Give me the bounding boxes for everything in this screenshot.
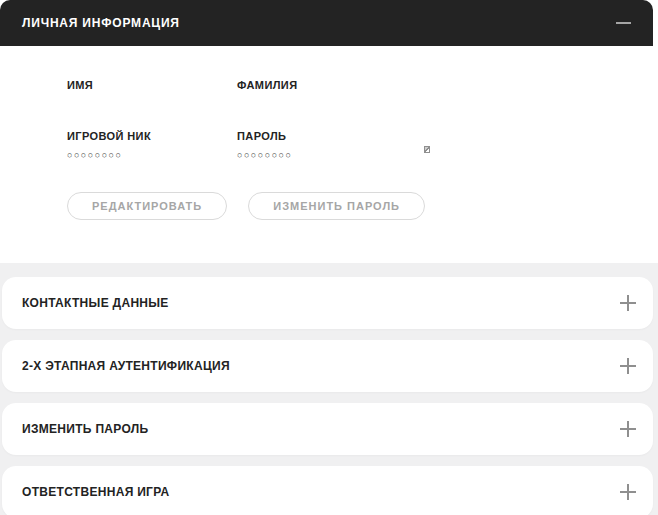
field-value-password: ○○○○○○○○ <box>237 150 653 161</box>
account-settings-page: ЛИЧНАЯ ИНФОРМАЦИЯ ИМЯ ФАМИЛИЯ ИГРОВОЙ НИ… <box>0 0 658 515</box>
plus-icon[interactable] <box>620 358 636 374</box>
section-header-personal-info[interactable]: ЛИЧНАЯ ИНФОРМАЦИЯ <box>0 0 653 46</box>
section-personal-info: ЛИЧНАЯ ИНФОРМАЦИЯ ИМЯ ФАМИЛИЯ ИГРОВОЙ НИ… <box>0 0 653 263</box>
personal-info-fields: ИМЯ ФАМИЛИЯ ИГРОВОЙ НИК ○○○○○○○○ ПАРОЛЬ … <box>67 79 653 161</box>
personal-info-body: ИМЯ ФАМИЛИЯ ИГРОВОЙ НИК ○○○○○○○○ ПАРОЛЬ … <box>0 46 653 263</box>
field-label-password: ПАРОЛЬ <box>237 130 653 143</box>
section-title-contact-data: КОНТАКТНЫЕ ДАННЫЕ <box>22 296 169 310</box>
section-change-password[interactable]: ИЗМЕНИТЬ ПАРОЛЬ <box>2 403 653 455</box>
field-label-last-name: ФАМИЛИЯ <box>237 79 653 92</box>
section-title-two-step-auth: 2-Х ЭТАПНАЯ АУТЕНТИФИКАЦИЯ <box>22 359 230 373</box>
field-game-nickname: ИГРОВОЙ НИК ○○○○○○○○ <box>67 130 237 161</box>
field-value-game-nickname: ○○○○○○○○ <box>67 150 237 161</box>
plus-icon[interactable] <box>620 421 636 437</box>
section-contact-data[interactable]: КОНТАКТНЫЕ ДАННЫЕ <box>2 277 653 329</box>
field-label-first-name: ИМЯ <box>67 79 237 92</box>
change-password-button[interactable]: ИЗМЕНИТЬ ПАРОЛЬ <box>248 192 425 220</box>
edit-button[interactable]: РЕДАКТИРОВАТЬ <box>67 192 227 220</box>
field-last-name: ФАМИЛИЯ <box>237 79 653 110</box>
minus-icon[interactable] <box>614 14 632 32</box>
minus-icon-bar <box>616 22 631 24</box>
broken-image-icon <box>424 146 430 153</box>
section-responsible-gaming[interactable]: ОТВЕТСТВЕННАЯ ИГРА <box>2 466 653 515</box>
field-value-last-name <box>237 99 653 110</box>
field-value-first-name <box>67 99 237 110</box>
field-label-game-nickname: ИГРОВОЙ НИК <box>67 130 237 143</box>
field-password: ПАРОЛЬ ○○○○○○○○ <box>237 130 653 161</box>
plus-icon[interactable] <box>620 295 636 311</box>
field-first-name: ИМЯ <box>67 79 237 110</box>
plus-icon[interactable] <box>620 484 636 500</box>
section-two-step-auth[interactable]: 2-Х ЭТАПНАЯ АУТЕНТИФИКАЦИЯ <box>2 340 653 392</box>
personal-info-actions: РЕДАКТИРОВАТЬ ИЗМЕНИТЬ ПАРОЛЬ <box>67 192 653 220</box>
section-title-personal-info: ЛИЧНАЯ ИНФОРМАЦИЯ <box>22 16 180 30</box>
section-title-responsible-gaming: ОТВЕТСТВЕННАЯ ИГРА <box>22 485 169 499</box>
section-title-change-password: ИЗМЕНИТЬ ПАРОЛЬ <box>22 422 148 436</box>
